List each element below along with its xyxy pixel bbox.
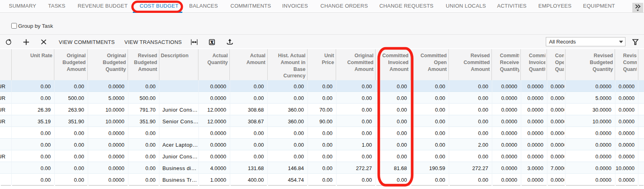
svg-text:X: X [210,39,214,45]
